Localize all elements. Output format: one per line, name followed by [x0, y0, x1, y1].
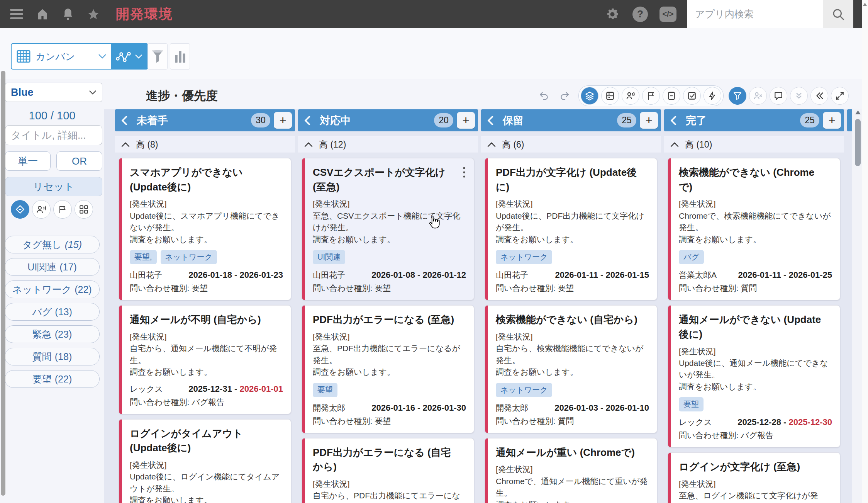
kanban-column: 未着手30+高 (8)スマホアプリができない (Update後に)[発生状況]U…	[115, 109, 295, 503]
kanban-card[interactable]: PDF出力がエラーになる (至急)[発生状況]至急、PDF出力機能にてエラーにな…	[302, 305, 474, 433]
collapse-left-button[interactable]	[810, 87, 828, 105]
section-header[interactable]: 高 (10)	[664, 136, 844, 153]
section-header[interactable]: 高 (6)	[481, 136, 661, 153]
card-title: 通知メールが重い (Chromeで)	[496, 445, 649, 460]
card-inquiry: 問い合わせ種別: 要望	[496, 283, 649, 294]
flag-filter-icon-button[interactable]	[53, 200, 72, 219]
column-header	[847, 109, 852, 131]
or-filter-button[interactable]: OR	[56, 151, 102, 171]
person-x-button[interactable]	[749, 87, 767, 105]
kanban-card[interactable]: ログインが文字化け (至急)[発生状況]至急、ログイン機能にて文字化けが発生。調…	[668, 452, 840, 503]
kanban-card[interactable]: スマホアプリができない (Update後に)[発生状況]Update後に、スマホ…	[119, 158, 291, 300]
app-search-input[interactable]	[687, 0, 823, 28]
tag-filter-item[interactable]: UI関連(17)	[5, 258, 100, 276]
card-menu-button[interactable]	[458, 165, 471, 180]
kanban-card[interactable]: CSVエクスポートが文字化け (至急)[発生状況]至急、CSVエクスポート機能に…	[302, 158, 474, 300]
card-date-end: 2026-01-30	[422, 403, 466, 413]
notifications-bell-icon[interactable]	[59, 6, 76, 23]
theme-select[interactable]: Blue	[5, 83, 102, 102]
card-body-line: [発生状況]	[679, 478, 832, 490]
kanban-card[interactable]: PDF出力が文字化け (Update後に)[発生状況]Update後に、PDF出…	[485, 158, 657, 300]
undo-button[interactable]	[535, 87, 553, 105]
flags-button[interactable]	[642, 87, 660, 105]
board-scrollbar-thumb[interactable]	[855, 119, 861, 166]
section-header[interactable]: 高 (8)	[115, 136, 295, 153]
graph-view-button[interactable]	[111, 44, 147, 69]
board-title: 進捗・優先度	[146, 88, 218, 104]
single-filter-button[interactable]: 単一	[5, 151, 51, 171]
redo-button[interactable]	[556, 87, 573, 105]
chevron-left-icon[interactable]	[487, 116, 495, 126]
card-body: [発生状況]Update後に、ログイン機能にてタイムアウトが発生。調査をお願いし…	[130, 459, 283, 503]
code-icon[interactable]: </>	[659, 6, 676, 23]
admin-gear-icon[interactable]	[604, 6, 621, 23]
column-add-button[interactable]: +	[274, 112, 292, 129]
comment-button[interactable]	[770, 87, 787, 105]
page-scrollbar-thumb[interactable]	[1, 71, 5, 496]
kanban-card[interactable]: 検索機能ができない (Chromeで)[発生状況]Chromeで、検索機能機能に…	[668, 158, 840, 300]
filter-view-button[interactable]	[147, 43, 168, 70]
section-header[interactable]: 高 (12)	[298, 136, 478, 153]
chevron-up-icon[interactable]	[670, 142, 679, 147]
card-date-start: 2026-01-11	[738, 270, 781, 280]
filter-button[interactable]	[729, 87, 746, 105]
favorites-star-icon[interactable]	[85, 6, 102, 23]
kanban-card[interactable]: 通知メールが不明 (自宅から)[発生状況]自宅から、通知メール機能にて不明が発生…	[119, 305, 291, 414]
checkbox-button[interactable]	[683, 87, 701, 105]
kanban-card[interactable]: ログインがタイムアウト (Update後に)[発生状況]Update後に、ログイ…	[119, 419, 291, 503]
person-x-icon	[753, 91, 763, 101]
expand-icon	[835, 91, 845, 101]
tag-filter-label: 緊急	[32, 328, 52, 341]
home-icon[interactable]	[34, 6, 51, 23]
tag-filter-item[interactable]: ネットワーク(22)	[5, 280, 100, 298]
collapse-all-button[interactable]	[790, 87, 808, 105]
chevron-left-icon[interactable]	[120, 116, 129, 126]
card-tags: 要望	[313, 383, 466, 397]
kanban-card[interactable]: 通知メールができない (Update後に)[発生状況]Update後に、通知メー…	[668, 305, 840, 447]
kanban-card[interactable]: PDF出力がエラーになる (自宅から)[発生状況]自宅から、PDF出力機能にてエ…	[302, 438, 474, 503]
page-scrollbar[interactable]	[862, 0, 868, 503]
card-rows-button[interactable]	[601, 87, 619, 105]
kanban-card[interactable]: 通知メールが重い (Chromeで)[発生状況]Chromeで、通知メール機能に…	[485, 438, 657, 503]
board-scroll-up-arrow-icon[interactable]	[855, 110, 861, 114]
tag-filter-item[interactable]: タグ無し(15)	[5, 236, 100, 253]
lightning-button[interactable]	[704, 87, 721, 105]
card-dates: 2026-01-08 - 2026-01-12	[371, 270, 466, 280]
kanban-column	[847, 109, 852, 503]
card-dates: 2025-12-31 - 2026-01-01	[188, 384, 283, 394]
tag-filter-icon-button[interactable]	[11, 200, 29, 219]
kanban-card[interactable]: 検索機能ができない (自宅から)[発生状況]自宅から、検索機能機能にてできないが…	[485, 305, 657, 433]
column-add-button[interactable]: +	[457, 112, 475, 129]
assignees-button[interactable]	[622, 87, 639, 105]
card-assignee: 開発太郎	[313, 403, 345, 413]
card-tags: ネットワーク	[496, 250, 649, 264]
column-add-button[interactable]: +	[640, 112, 658, 129]
assignee-filter-icon-button[interactable]	[32, 200, 51, 219]
chevron-up-icon[interactable]	[304, 142, 313, 147]
tag-filter-item[interactable]: バグ(13)	[5, 303, 100, 321]
layers-button[interactable]	[581, 87, 598, 105]
card-minus-button[interactable]	[663, 87, 680, 105]
chevron-left-icon[interactable]	[670, 116, 678, 126]
column-count-badge: 20	[434, 113, 453, 127]
chevron-up-icon[interactable]	[121, 142, 130, 147]
sidebar-search-input[interactable]	[5, 125, 102, 145]
tag-filter-item[interactable]: 緊急(23)	[5, 325, 100, 343]
tag-filter-item[interactable]: 要望(22)	[5, 370, 100, 388]
expand-button[interactable]	[831, 87, 849, 105]
hamburger-menu-icon[interactable]	[8, 6, 25, 23]
card-inquiry: 問い合わせ種別: 質問	[679, 283, 832, 294]
scroll-up-arrow-icon[interactable]	[863, 3, 867, 6]
reset-button[interactable]: リセット	[5, 177, 102, 196]
view-select-dropdown[interactable]: カンバン	[12, 44, 111, 69]
chart-view-button[interactable]	[170, 43, 190, 70]
tag-filter-item[interactable]: 質問(18)	[5, 348, 100, 365]
chevrons-down-icon	[794, 91, 804, 101]
column-add-button[interactable]: +	[823, 112, 841, 129]
help-icon[interactable]: ?	[632, 6, 649, 23]
card-body: [発生状況]Chromeで、通知メール機能にて重いが発生。調査をお願いします。	[496, 464, 649, 503]
group-filter-icon-button[interactable]	[75, 200, 93, 219]
chevron-left-icon[interactable]	[303, 116, 312, 126]
chevron-up-icon[interactable]	[487, 142, 496, 147]
search-button[interactable]	[823, 0, 853, 28]
